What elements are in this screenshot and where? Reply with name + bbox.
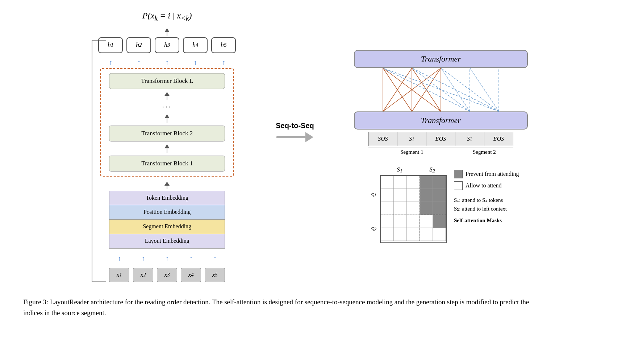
figure-caption: Figure 3: LayoutReader architecture for … [23,297,530,319]
transformer-connections [354,68,528,111]
svg-rect-38 [381,228,394,241]
outer-frame-indicator [92,40,92,282]
svg-rect-26 [420,189,433,202]
hidden-h4: h4 [183,37,208,53]
arrow-to-formula [164,28,170,32]
token-EOS2: EOS [484,132,513,146]
svg-line-9 [383,68,470,111]
svg-rect-27 [433,189,446,202]
matrix-with-labels: S1 S2 [363,175,447,243]
input-tokens: x1 x2 x3 x4 x5 [109,268,225,282]
arrow-up-L [164,92,170,96]
legend-dark: Prevent from attending [454,170,519,178]
svg-rect-31 [420,202,433,215]
notes-section: S₁: attend to S₁ tokens S₂: attend to le… [454,196,519,225]
outer-frame-bottom [92,282,106,282]
blue-arrows-top: ↑ ↑ ↑ ↑ ↑ [98,58,236,67]
svg-rect-19 [394,176,407,189]
transformer-block-2: Transformer Block 2 [109,126,225,141]
legend-box-white [454,181,463,190]
svg-rect-35 [407,215,420,228]
svg-rect-22 [433,176,446,189]
col-header-S1: S1 [380,166,419,174]
matrix-row-labels: S1 S2 [363,175,379,243]
mask-title: Self-attention Masks [454,216,519,225]
col-header-S2: S2 [419,166,445,174]
attention-grid [380,175,447,243]
legend-white: Allow to attend [454,181,519,190]
blue-arrows-bottom: ↑ ↑ ↑ ↑ ↑ [109,254,225,263]
hidden-h2: h2 [126,37,151,53]
left-diagram: P(xk = i | x<k) h1 h2 h3 h4 h5 ↑ [80,11,254,282]
token-S2: S2 [455,132,484,146]
legend-dark-label: Prevent from attending [466,171,519,177]
svg-line-14 [412,68,499,111]
token-S1: S1 [397,132,426,146]
segment2-label: Segment 2 [455,148,513,155]
layout-embedding: Layout Embedding [109,234,225,249]
svg-rect-33 [381,215,394,228]
input-x4: x4 [181,268,201,282]
legend-white-label: Allow to attend [466,182,502,189]
svg-rect-36 [420,215,433,228]
svg-rect-30 [407,202,420,215]
token-EOS1: EOS [426,132,455,146]
token-SOS: SOS [368,132,397,146]
arrow-line-2 [167,118,167,123]
input-x3: x3 [157,268,177,282]
arrow-emb-to-block [164,182,170,186]
prob-formula: P(xk = i | x<k) [142,11,192,22]
position-embedding: Position Embedding [109,205,225,220]
svg-rect-18 [381,176,394,189]
right-arrow-shape [276,132,313,142]
left-inner: P(xk = i | x<k) h1 h2 h3 h4 h5 ↑ [98,11,236,282]
main-container: P(xk = i | x<k) h1 h2 h3 h4 h5 ↑ [23,11,603,319]
hidden-h5: h5 [211,37,236,53]
transformer-block-1: Transformer Block 1 [109,156,225,172]
input-x5: x5 [205,268,225,282]
input-x1: x1 [109,268,129,282]
svg-rect-32 [433,202,446,215]
outer-frame-top-h [92,40,106,41]
legend-notes: Prevent from attending Allow to attend S… [454,170,519,225]
svg-rect-34 [394,215,407,228]
diagram-row: P(xk = i | x<k) h1 h2 h3 h4 h5 ↑ [23,11,603,282]
hidden-outputs: h1 h2 h3 h4 h5 [98,37,236,53]
token-embedding: Token Embedding [109,191,225,205]
input-x2: x2 [133,268,153,282]
arrow-line-formula [167,32,167,36]
row-label-S2: S2 [363,216,379,242]
matrix-col-headers: S1 S2 [380,166,445,174]
svg-rect-25 [407,189,420,202]
svg-line-16 [470,68,499,111]
svg-rect-39 [394,228,407,241]
hidden-h3: h3 [155,37,179,53]
arrow-up-1 [164,144,170,148]
svg-rect-20 [407,176,420,189]
arrow-line-1 [167,148,167,153]
transformer-top: Transformer [354,50,528,68]
note-S1: S₁: attend to S₁ tokens [454,196,519,204]
svg-rect-24 [394,189,407,202]
row-label-S1: S1 [363,176,379,215]
svg-rect-28 [381,202,394,215]
seq-to-seq-arrow: Seq-to-Seq [276,122,314,142]
legend-box-dark [454,170,463,178]
svg-rect-37 [433,215,446,228]
svg-rect-21 [420,176,433,189]
dashed-orange-box: Transformer Block L ··· Transformer Bloc… [100,68,234,177]
attention-matrix-wrapper: S1 S2 S1 S2 [363,166,447,243]
arrow-up-2 [164,114,170,118]
note-S2: S₂: attend to left context [454,204,519,213]
transformer-top-section: Transformer [347,50,535,155]
svg-rect-41 [420,228,433,241]
segment-embedding: Segment Embedding [109,220,225,234]
transformer-block-L: Transformer Block L [109,73,225,89]
transformer-bottom: Transformer [354,111,528,130]
token-row: SOS S1 EOS S2 EOS [368,132,513,146]
arrow-head-right [305,132,313,142]
dots: ··· [162,103,172,111]
segment-labels: Segment 1 Segment 2 [368,148,513,155]
svg-rect-40 [407,228,420,241]
seq-label: Seq-to-Seq [276,122,314,130]
